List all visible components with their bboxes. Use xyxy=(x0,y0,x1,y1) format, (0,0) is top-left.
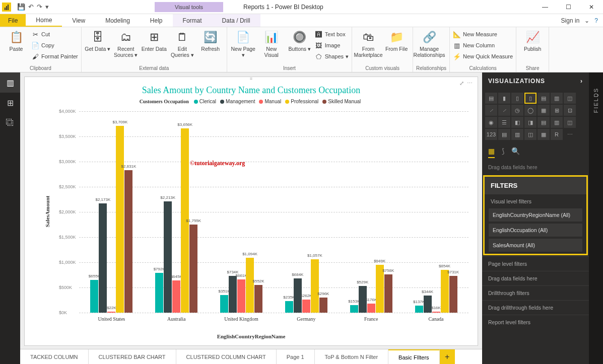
page-tab[interactable]: TACKED COLUMN xyxy=(20,349,89,364)
buttons-button[interactable]: 🔘Buttons ▾ xyxy=(287,29,313,52)
redo-icon[interactable]: ↷ xyxy=(37,3,42,11)
chart-visual[interactable]: Sales Amount by Country Name and Custome… xyxy=(29,81,474,341)
page-tab[interactable]: Basic FIlters xyxy=(388,349,440,364)
viz-type-icon[interactable]: ◫ xyxy=(564,117,576,128)
new-quick-measure-button[interactable]: ⚡New Quick Measure xyxy=(453,51,513,61)
viz-type-icon[interactable]: R xyxy=(551,129,563,140)
format-painter-button[interactable]: 🖌Format Painter xyxy=(31,51,78,61)
tab-view[interactable]: View xyxy=(62,14,95,27)
drag-fields-zone-2[interactable]: Drag data fields here xyxy=(482,271,589,285)
bar[interactable]: $137K xyxy=(415,306,423,313)
visualizations-header[interactable]: VISUALIZATIONS› xyxy=(482,72,589,90)
viz-type-icon[interactable]: ◯ xyxy=(524,105,537,116)
viz-type-icon[interactable]: ▤ xyxy=(485,93,497,104)
chevron-down-icon[interactable]: ⌄ xyxy=(584,17,589,24)
bar[interactable]: $792K xyxy=(155,273,163,313)
report-view-icon[interactable]: ▥ xyxy=(0,72,20,93)
viz-type-icon[interactable]: ◧ xyxy=(511,117,523,128)
format-tab-icon[interactable]: ⟆ xyxy=(502,147,504,158)
bar[interactable]: $2,831K xyxy=(124,170,132,313)
textbox-button[interactable]: 🅰Text box xyxy=(315,29,349,39)
new-column-button[interactable]: ▥New Column xyxy=(453,40,513,50)
chevron-right-icon[interactable]: › xyxy=(580,78,583,85)
model-view-icon[interactable]: ⿻ xyxy=(0,113,20,133)
file-menu[interactable]: File xyxy=(0,14,26,27)
edit-queries-button[interactable]: 🗒Edit Queries ▾ xyxy=(169,29,195,58)
new-measure-button[interactable]: 📐New Measure xyxy=(453,29,513,39)
enter-data-button[interactable]: ⊞Enter Data xyxy=(141,29,167,52)
viz-type-icon[interactable]: ▥ xyxy=(551,117,563,128)
page-tab[interactable]: ToP & Bottom N Filter xyxy=(315,349,389,364)
new-visual-button[interactable]: 📊New Visual xyxy=(258,29,285,58)
fields-tab-icon[interactable]: ▦ xyxy=(488,147,495,158)
viz-type-icon[interactable]: ◨ xyxy=(524,117,537,128)
viz-type-icon[interactable]: ⊞ xyxy=(551,105,563,116)
viz-type-icon[interactable]: ▤ xyxy=(538,93,550,104)
fields-pane-collapsed[interactable]: ‹ FIELDS xyxy=(589,72,603,364)
from-marketplace-button[interactable]: 🛍From Marketplace xyxy=(355,29,381,58)
viz-type-icon[interactable]: ☰ xyxy=(498,117,510,128)
bar[interactable]: $22K xyxy=(107,312,115,313)
new-page-button[interactable]: 📄New Page ▾ xyxy=(230,29,256,58)
tab-home[interactable]: Home xyxy=(26,14,62,27)
page-tab[interactable]: Page 1 xyxy=(277,349,315,364)
more-viz-icon[interactable]: ⋯ xyxy=(564,129,576,140)
cut-button[interactable]: ✂Cut xyxy=(31,29,78,39)
bar[interactable]: $645K xyxy=(172,280,180,313)
undo-icon[interactable]: ↶ xyxy=(28,3,34,11)
recent-sources-button[interactable]: 🗂Recent Sources ▾ xyxy=(113,29,139,58)
viz-type-icon[interactable]: ▤ xyxy=(538,117,550,128)
viz-type-icon[interactable]: ◫ xyxy=(524,129,537,140)
publish-button[interactable]: 📈Publish xyxy=(519,29,546,52)
image-button[interactable]: 🖼Image xyxy=(315,40,349,50)
filter-item[interactable]: EnglishCountryRegionName (All) xyxy=(489,208,582,222)
bar[interactable]: $2,173K xyxy=(99,203,107,313)
bar[interactable]: $153K xyxy=(350,305,358,313)
viz-type-icon[interactable]: ⟋ xyxy=(485,105,497,116)
bar[interactable]: $344K xyxy=(424,296,432,313)
viz-type-icon[interactable]: ⊡ xyxy=(564,105,576,116)
close-button[interactable]: ✕ xyxy=(580,0,603,14)
from-file-button[interactable]: 📁From File xyxy=(383,29,410,52)
qat-dropdown-icon[interactable]: ▾ xyxy=(45,3,49,11)
save-icon[interactable]: 💾 xyxy=(17,3,25,11)
viz-type-icon[interactable]: ◷ xyxy=(511,105,523,116)
manage-relationships-button[interactable]: 🔗Manage Relationships xyxy=(416,29,442,58)
viz-type-icon[interactable]: ▦ xyxy=(538,105,550,116)
drag-fields-zone[interactable]: Drag data fields here xyxy=(482,160,589,174)
tab-modeling[interactable]: Modeling xyxy=(95,14,140,27)
viz-type-icon[interactable]: ◫ xyxy=(564,93,576,104)
bar[interactable]: $1,057K xyxy=(311,259,319,313)
viz-type-icon[interactable]: ▥ xyxy=(551,93,563,104)
viz-type-icon[interactable]: ▤ xyxy=(498,129,510,140)
bar[interactable]: $296K xyxy=(319,298,327,313)
bar[interactable]: $3,709K xyxy=(116,126,124,313)
viz-type-icon[interactable]: ▮ xyxy=(498,93,510,104)
tab-format[interactable]: Format xyxy=(173,14,212,27)
shapes-button[interactable]: ⬠Shapes ▾ xyxy=(315,51,349,61)
page-tab[interactable]: CLUSTERED COLUMN CHART xyxy=(176,349,277,364)
get-data-button[interactable]: 🗄Get Data ▾ xyxy=(85,29,111,52)
bar[interactable]: $351K xyxy=(220,295,228,313)
bar[interactable]: $734K xyxy=(229,276,237,313)
viz-type-icon[interactable]: ▯ xyxy=(524,93,537,104)
bar[interactable]: $2,213K xyxy=(164,201,172,313)
bar[interactable]: $552K xyxy=(254,285,262,313)
copy-button[interactable]: 📄Copy xyxy=(31,40,78,50)
bar[interactable]: $262K xyxy=(302,300,310,313)
gripper-icon[interactable] xyxy=(239,77,264,80)
bar[interactable]: $16K xyxy=(432,312,440,313)
refresh-button[interactable]: 🔄Refresh xyxy=(197,29,224,52)
bar[interactable]: $1,094K xyxy=(246,258,254,313)
bar[interactable]: $176K xyxy=(367,304,375,313)
filter-item[interactable]: EnglishOccupation (All) xyxy=(489,224,582,237)
drag-drillthrough-zone[interactable]: Drag drillthrough fields here xyxy=(482,300,589,315)
minimize-button[interactable]: — xyxy=(533,0,557,14)
paste-button[interactable]: 📋Paste xyxy=(3,29,29,52)
bar[interactable]: $854K xyxy=(441,270,449,313)
bar[interactable]: $758K xyxy=(384,274,392,313)
bar[interactable]: $655K xyxy=(90,280,98,313)
viz-type-icon[interactable]: ▯ xyxy=(511,93,523,104)
add-page-button[interactable]: + xyxy=(440,349,455,364)
tab-data-drill[interactable]: Data / Drill xyxy=(212,14,260,27)
